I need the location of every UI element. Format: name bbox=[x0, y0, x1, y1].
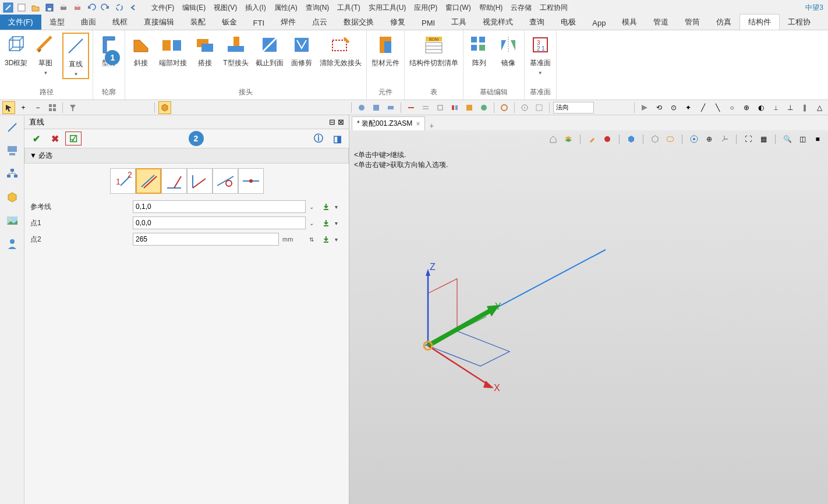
ribbon-bom[interactable]: BOM结构件切割清单 bbox=[408, 33, 459, 69]
menu-attr[interactable]: 属性(A) bbox=[271, 2, 301, 14]
ribbon-tab-shape[interactable]: 造型 bbox=[41, 15, 73, 30]
side-tab-box[interactable] bbox=[5, 190, 20, 205]
ribbon-tab-tube[interactable]: 管筒 bbox=[677, 15, 708, 30]
tb-m[interactable]: ⟲ bbox=[653, 101, 666, 114]
vt-zoom[interactable]: 🔍 bbox=[781, 133, 793, 145]
accordion-header[interactable]: ▼ 必选 bbox=[24, 148, 349, 164]
ribbon-datum[interactable]: 312基准面▼ bbox=[528, 33, 553, 77]
tb-j[interactable] bbox=[498, 101, 511, 114]
ribbon-line[interactable]: 直线 ▼ bbox=[62, 33, 89, 79]
ribbon-tab-visual[interactable]: 视觉样式 bbox=[475, 15, 521, 30]
ribbon-tab-app[interactable]: App bbox=[584, 16, 614, 30]
dropdown2-icon[interactable]: ▾ bbox=[335, 204, 343, 210]
ribbon-tab-file[interactable]: 文件(F) bbox=[0, 15, 41, 30]
ribbon-tab-exchange[interactable]: 数据交换 bbox=[335, 15, 382, 30]
tb-x[interactable]: △ bbox=[813, 101, 826, 114]
ribbon-tab-surface[interactable]: 曲面 bbox=[73, 15, 104, 30]
side-tab-tree[interactable] bbox=[5, 143, 20, 158]
dropdown-icon[interactable]: ⌄ bbox=[309, 220, 317, 226]
ribbon-tjoint[interactable]: T型接头 bbox=[222, 33, 249, 69]
tb-arrow[interactable] bbox=[638, 101, 651, 114]
tb-g[interactable] bbox=[448, 101, 461, 114]
ribbon-tab-direct[interactable]: 直接编辑 bbox=[136, 15, 182, 30]
ribbon-miter[interactable]: 斜接 bbox=[129, 33, 153, 69]
menu-app[interactable]: 应用(P) bbox=[411, 2, 441, 14]
open-icon[interactable] bbox=[30, 2, 41, 13]
help-button[interactable]: ◨ bbox=[329, 132, 345, 145]
menu-edit[interactable]: 编辑(E) bbox=[179, 2, 209, 14]
side-tab-user[interactable] bbox=[5, 236, 20, 251]
apply-button[interactable]: ☑ bbox=[65, 132, 82, 145]
ribbon-mirror[interactable]: 镜像 bbox=[496, 33, 521, 69]
nav-left-icon[interactable] bbox=[128, 2, 139, 13]
ribbon-element[interactable]: 型材元件 bbox=[370, 33, 401, 69]
line-type-parallel[interactable] bbox=[136, 168, 161, 194]
tb-n[interactable]: ⊙ bbox=[667, 101, 680, 114]
line-type-perp[interactable] bbox=[161, 168, 187, 194]
select-tool[interactable] bbox=[2, 101, 15, 114]
line-type-angle[interactable] bbox=[187, 168, 213, 194]
ribbon-tab-sim[interactable]: 仿真 bbox=[708, 15, 739, 30]
line-type-horiz[interactable] bbox=[238, 168, 264, 194]
print2-icon[interactable] bbox=[72, 2, 83, 13]
ribbon-tab-pipe[interactable]: 管道 bbox=[645, 15, 677, 30]
tb-minus[interactable]: − bbox=[31, 101, 44, 114]
panel-min-icon[interactable]: ⊟ bbox=[329, 118, 335, 126]
ribbon-tab-pmi[interactable]: PMI bbox=[413, 16, 443, 30]
ribbon-tab-query[interactable]: 查询 bbox=[521, 15, 553, 30]
info-button[interactable]: ⓘ bbox=[310, 132, 327, 145]
vt-fit[interactable]: ⛶ bbox=[742, 133, 754, 145]
vt-full[interactable]: ■ bbox=[812, 133, 823, 145]
vt-axes[interactable] bbox=[719, 133, 730, 145]
menu-view[interactable]: 视图(V) bbox=[210, 2, 240, 14]
doc-tab[interactable]: * 装配001.Z3ASM × bbox=[352, 116, 425, 130]
tb-u[interactable]: ⟂ bbox=[769, 101, 782, 114]
pt1-input[interactable] bbox=[133, 216, 306, 229]
ribbon-pattern[interactable]: 阵列 bbox=[467, 33, 491, 69]
refresh-icon[interactable] bbox=[114, 2, 125, 13]
panel-close-icon[interactable]: ⊠ bbox=[338, 118, 344, 126]
cancel-button[interactable]: ✖ bbox=[47, 132, 63, 145]
new-icon[interactable] bbox=[16, 2, 27, 13]
tb-h[interactable] bbox=[463, 101, 476, 114]
save-icon[interactable] bbox=[44, 2, 55, 13]
tb-plus[interactable]: + bbox=[17, 101, 30, 114]
vt-color[interactable] bbox=[601, 133, 613, 145]
tb-filter[interactable] bbox=[66, 101, 79, 114]
vt-hex[interactable] bbox=[664, 133, 676, 145]
ribbon-tab-tools[interactable]: 工具 bbox=[443, 15, 475, 30]
ribbon-tab-repair[interactable]: 修复 bbox=[382, 15, 413, 30]
download-icon[interactable] bbox=[321, 218, 331, 228]
print-icon[interactable] bbox=[58, 2, 69, 13]
ribbon-tab-weld[interactable]: 焊件 bbox=[273, 15, 304, 30]
line-type-2pt[interactable]: 12 bbox=[110, 168, 136, 194]
ribbon-clear[interactable]: 清除无效接头 bbox=[319, 33, 363, 69]
menu-window[interactable]: 窗口(W) bbox=[442, 2, 474, 14]
ribbon-tab-cloud[interactable]: 点云 bbox=[304, 15, 335, 30]
ribbon-tab-fti[interactable]: FTI bbox=[245, 16, 273, 30]
tb-grid[interactable] bbox=[46, 101, 59, 114]
ribbon-trimface[interactable]: 截止到面 bbox=[254, 33, 285, 69]
side-tab-line[interactable] bbox=[5, 120, 20, 135]
tb-c[interactable] bbox=[384, 101, 397, 114]
tb-o[interactable]: ✦ bbox=[682, 101, 695, 114]
tb-b[interactable] bbox=[370, 101, 383, 114]
menu-insert[interactable]: 插入(I) bbox=[242, 2, 269, 14]
menu-query[interactable]: 查询(N) bbox=[302, 2, 333, 14]
ribbon-lap[interactable]: 搭接 bbox=[193, 33, 217, 69]
tb-i[interactable] bbox=[477, 101, 490, 114]
dropdown-icon[interactable]: ⌄ bbox=[309, 204, 317, 210]
tb-l[interactable] bbox=[533, 101, 546, 114]
ribbon-profile[interactable]: 型材 1 bbox=[97, 33, 121, 69]
side-tab-hierarchy[interactable] bbox=[5, 166, 20, 182]
ribbon-tab-struct[interactable]: 结构件 bbox=[739, 14, 780, 30]
download-icon[interactable] bbox=[321, 201, 331, 212]
menu-cloud[interactable]: 云存储 bbox=[507, 2, 535, 14]
download-icon[interactable] bbox=[321, 234, 331, 244]
add-tab-button[interactable]: + bbox=[425, 121, 438, 130]
menu-file[interactable]: 文件(F) bbox=[148, 2, 178, 14]
ribbon-tab-asm[interactable]: 装配 bbox=[182, 15, 214, 30]
tb-f[interactable] bbox=[434, 101, 447, 114]
vt-wireframe[interactable] bbox=[649, 133, 661, 145]
canvas[interactable]: <单击中键>继续. <单击右键>获取方向输入选项. Z Y bbox=[349, 148, 828, 504]
